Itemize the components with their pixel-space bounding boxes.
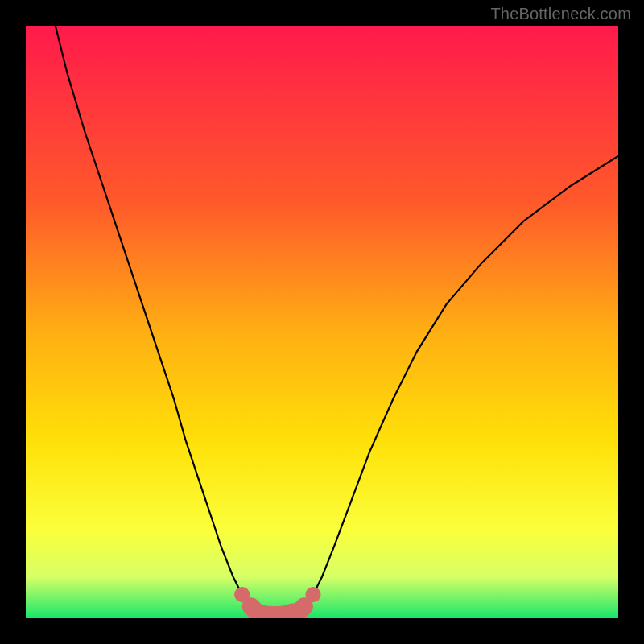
valley-dot [305,587,320,602]
gradient-background [26,26,618,618]
watermark-text: TheBottleneck.com [490,5,631,23]
bottleneck-chart [26,26,618,618]
